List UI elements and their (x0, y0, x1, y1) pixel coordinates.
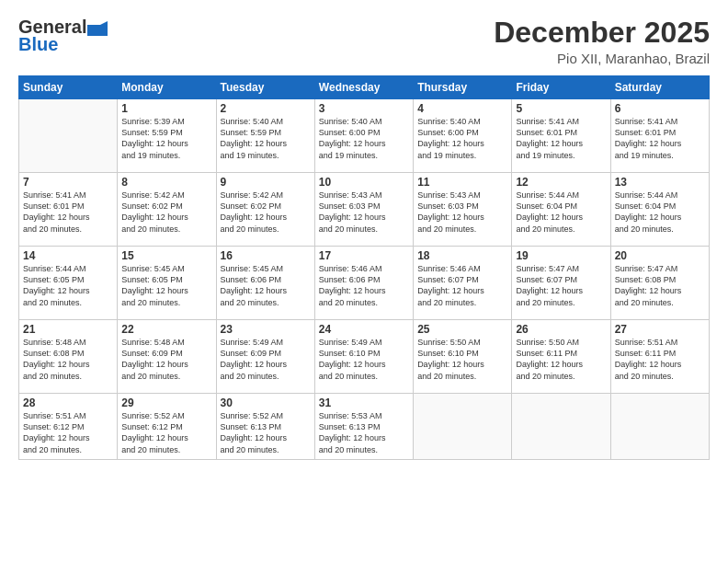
day-number: 23 (221, 323, 311, 336)
day-number: 18 (417, 249, 507, 262)
day-number: 7 (23, 176, 113, 189)
calendar-cell: 9Sunrise: 5:42 AM Sunset: 6:02 PM Daylig… (216, 173, 314, 247)
calendar-cell: 14Sunrise: 5:44 AM Sunset: 6:05 PM Dayli… (19, 247, 118, 320)
calendar-cell: 8Sunrise: 5:42 AM Sunset: 6:02 PM Daylig… (118, 173, 216, 247)
day-number: 10 (319, 176, 409, 189)
day-info: Sunrise: 5:47 AM Sunset: 6:08 PM Dayligh… (615, 263, 705, 308)
day-number: 29 (121, 396, 211, 409)
calendar-cell: 24Sunrise: 5:49 AM Sunset: 6:10 PM Dayli… (314, 320, 413, 394)
calendar-cell: 20Sunrise: 5:47 AM Sunset: 6:08 PM Dayli… (610, 247, 709, 320)
day-info: Sunrise: 5:50 AM Sunset: 6:10 PM Dayligh… (417, 337, 507, 382)
day-number: 25 (417, 323, 507, 336)
day-info: Sunrise: 5:48 AM Sunset: 6:09 PM Dayligh… (121, 337, 211, 382)
day-number: 2 (221, 102, 311, 115)
calendar-week-3: 14Sunrise: 5:44 AM Sunset: 6:05 PM Dayli… (19, 247, 710, 320)
day-info: Sunrise: 5:41 AM Sunset: 6:01 PM Dayligh… (615, 116, 705, 161)
day-number: 11 (417, 176, 507, 189)
day-number: 3 (319, 102, 409, 115)
day-info: Sunrise: 5:52 AM Sunset: 6:12 PM Dayligh… (121, 410, 211, 455)
day-header-wednesday: Wednesday (314, 76, 413, 99)
calendar-cell: 16Sunrise: 5:45 AM Sunset: 6:06 PM Dayli… (216, 247, 314, 320)
day-info: Sunrise: 5:51 AM Sunset: 6:11 PM Dayligh… (615, 337, 705, 382)
day-info: Sunrise: 5:53 AM Sunset: 6:13 PM Dayligh… (319, 410, 409, 455)
calendar-cell (512, 394, 610, 460)
day-info: Sunrise: 5:46 AM Sunset: 6:07 PM Dayligh… (417, 263, 507, 308)
calendar-cell: 18Sunrise: 5:46 AM Sunset: 6:07 PM Dayli… (414, 247, 512, 320)
day-info: Sunrise: 5:44 AM Sunset: 6:04 PM Dayligh… (516, 190, 606, 235)
day-info: Sunrise: 5:39 AM Sunset: 5:59 PM Dayligh… (121, 116, 211, 161)
calendar-cell: 28Sunrise: 5:51 AM Sunset: 6:12 PM Dayli… (19, 394, 118, 460)
day-info: Sunrise: 5:46 AM Sunset: 6:06 PM Dayligh… (319, 263, 409, 308)
day-number: 30 (221, 396, 311, 409)
calendar-cell: 2Sunrise: 5:40 AM Sunset: 5:59 PM Daylig… (216, 99, 314, 173)
calendar-cell: 3Sunrise: 5:40 AM Sunset: 6:00 PM Daylig… (314, 99, 413, 173)
day-number: 17 (319, 249, 409, 262)
day-info: Sunrise: 5:48 AM Sunset: 6:08 PM Dayligh… (23, 337, 113, 382)
day-header-saturday: Saturday (610, 76, 709, 99)
calendar-cell: 26Sunrise: 5:50 AM Sunset: 6:11 PM Dayli… (512, 320, 610, 394)
svg-marker-0 (87, 21, 108, 36)
calendar-cell: 27Sunrise: 5:51 AM Sunset: 6:11 PM Dayli… (610, 320, 709, 394)
day-header-monday: Monday (118, 76, 216, 99)
day-info: Sunrise: 5:43 AM Sunset: 6:03 PM Dayligh… (417, 190, 507, 235)
day-number: 28 (23, 396, 113, 409)
page: General Blue December 2025 Pio XII, Mara… (0, 0, 728, 563)
day-number: 31 (319, 396, 409, 409)
calendar-cell: 7Sunrise: 5:41 AM Sunset: 6:01 PM Daylig… (19, 173, 118, 247)
logo-icon (87, 21, 108, 36)
day-number: 20 (615, 249, 705, 262)
day-header-sunday: Sunday (19, 76, 118, 99)
calendar-cell: 30Sunrise: 5:52 AM Sunset: 6:13 PM Dayli… (216, 394, 314, 460)
day-number: 6 (615, 102, 705, 115)
calendar-cell: 23Sunrise: 5:49 AM Sunset: 6:09 PM Dayli… (216, 320, 314, 394)
calendar-cell: 25Sunrise: 5:50 AM Sunset: 6:10 PM Dayli… (414, 320, 512, 394)
calendar: SundayMondayTuesdayWednesdayThursdayFrid… (18, 75, 710, 460)
day-info: Sunrise: 5:45 AM Sunset: 6:05 PM Dayligh… (121, 263, 211, 308)
day-number: 5 (516, 102, 606, 115)
day-info: Sunrise: 5:51 AM Sunset: 6:12 PM Dayligh… (23, 410, 113, 455)
day-number: 4 (417, 102, 507, 115)
day-number: 8 (121, 176, 211, 189)
location: Pio XII, Maranhao, Brazil (494, 51, 710, 66)
calendar-cell (19, 99, 118, 173)
day-header-thursday: Thursday (414, 76, 512, 99)
header: General Blue December 2025 Pio XII, Mara… (18, 17, 710, 66)
calendar-cell: 6Sunrise: 5:41 AM Sunset: 6:01 PM Daylig… (610, 99, 709, 173)
day-header-friday: Friday (512, 76, 610, 99)
day-number: 27 (615, 323, 705, 336)
day-info: Sunrise: 5:50 AM Sunset: 6:11 PM Dayligh… (516, 337, 606, 382)
day-number: 13 (615, 176, 705, 189)
calendar-cell (610, 394, 709, 460)
calendar-cell: 22Sunrise: 5:48 AM Sunset: 6:09 PM Dayli… (118, 320, 216, 394)
calendar-cell: 15Sunrise: 5:45 AM Sunset: 6:05 PM Dayli… (118, 247, 216, 320)
day-number: 26 (516, 323, 606, 336)
day-info: Sunrise: 5:41 AM Sunset: 6:01 PM Dayligh… (23, 190, 113, 235)
calendar-header-row: SundayMondayTuesdayWednesdayThursdayFrid… (19, 76, 710, 99)
calendar-cell: 31Sunrise: 5:53 AM Sunset: 6:13 PM Dayli… (314, 394, 413, 460)
calendar-cell (414, 394, 512, 460)
logo-blue: Blue (18, 34, 58, 55)
day-number: 12 (516, 176, 606, 189)
calendar-cell: 29Sunrise: 5:52 AM Sunset: 6:12 PM Dayli… (118, 394, 216, 460)
day-number: 9 (221, 176, 311, 189)
day-info: Sunrise: 5:43 AM Sunset: 6:03 PM Dayligh… (319, 190, 409, 235)
day-info: Sunrise: 5:49 AM Sunset: 6:10 PM Dayligh… (319, 337, 409, 382)
calendar-week-2: 7Sunrise: 5:41 AM Sunset: 6:01 PM Daylig… (19, 173, 710, 247)
day-info: Sunrise: 5:49 AM Sunset: 6:09 PM Dayligh… (221, 337, 311, 382)
calendar-week-5: 28Sunrise: 5:51 AM Sunset: 6:12 PM Dayli… (19, 394, 710, 460)
day-info: Sunrise: 5:44 AM Sunset: 6:04 PM Dayligh… (615, 190, 705, 235)
calendar-cell: 17Sunrise: 5:46 AM Sunset: 6:06 PM Dayli… (314, 247, 413, 320)
day-info: Sunrise: 5:40 AM Sunset: 6:00 PM Dayligh… (319, 116, 409, 161)
calendar-cell: 1Sunrise: 5:39 AM Sunset: 5:59 PM Daylig… (118, 99, 216, 173)
day-number: 15 (121, 249, 211, 262)
calendar-cell: 12Sunrise: 5:44 AM Sunset: 6:04 PM Dayli… (512, 173, 610, 247)
day-number: 24 (319, 323, 409, 336)
calendar-cell: 11Sunrise: 5:43 AM Sunset: 6:03 PM Dayli… (414, 173, 512, 247)
day-number: 14 (23, 249, 113, 262)
day-info: Sunrise: 5:40 AM Sunset: 6:00 PM Dayligh… (417, 116, 507, 161)
calendar-week-1: 1Sunrise: 5:39 AM Sunset: 5:59 PM Daylig… (19, 99, 710, 173)
day-info: Sunrise: 5:40 AM Sunset: 5:59 PM Dayligh… (221, 116, 311, 161)
calendar-cell: 5Sunrise: 5:41 AM Sunset: 6:01 PM Daylig… (512, 99, 610, 173)
day-number: 16 (221, 249, 311, 262)
calendar-cell: 13Sunrise: 5:44 AM Sunset: 6:04 PM Dayli… (610, 173, 709, 247)
